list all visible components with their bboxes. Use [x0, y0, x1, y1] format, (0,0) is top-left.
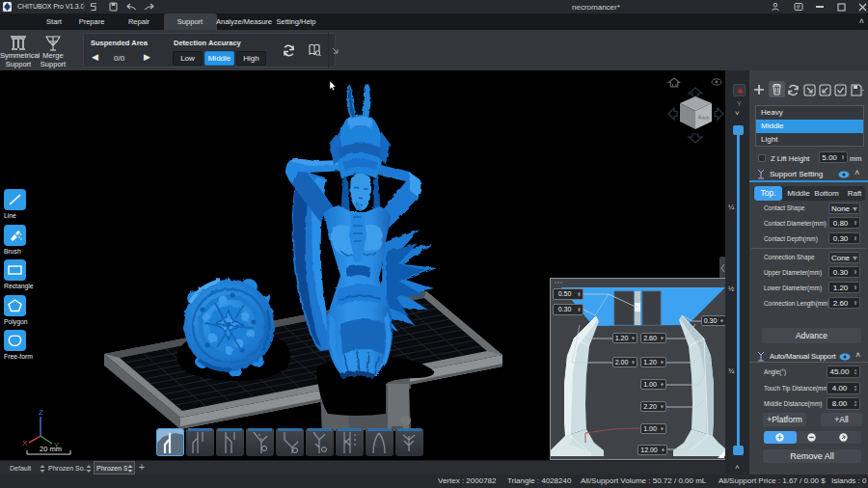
svg-text:20 mm: 20 mm: [40, 445, 62, 453]
svg-text:Z: Z: [39, 408, 43, 417]
svg-text:Back: Back: [698, 114, 710, 121]
svg-text:X: X: [22, 439, 28, 447]
